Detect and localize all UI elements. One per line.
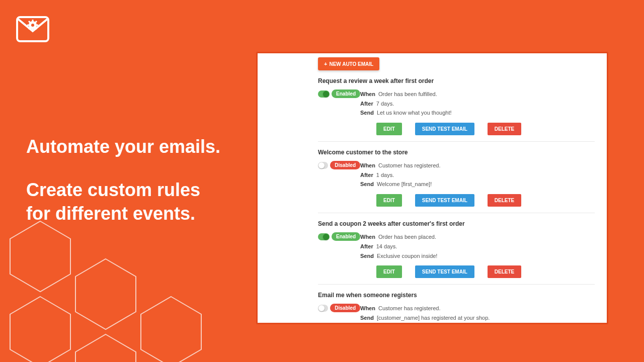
svg-marker-13 xyxy=(75,259,136,329)
svg-line-7 xyxy=(29,21,30,23)
delete-button[interactable]: DELETE xyxy=(488,194,521,207)
svg-marker-14 xyxy=(75,334,136,362)
svg-line-10 xyxy=(29,28,30,29)
headline-line-2a: Create custom rules xyxy=(26,178,220,202)
send-test-email-button[interactable]: SEND TEST EMAIL xyxy=(415,194,474,207)
auto-email-panel: + NEW AUTO EMAIL Request a review a week… xyxy=(256,52,608,324)
plus-icon: + xyxy=(324,61,327,67)
enable-toggle[interactable] xyxy=(318,233,330,240)
rule-item: Email me when someone registersDisabledW… xyxy=(318,284,595,324)
rule-details: When Customer has registered.Send [custo… xyxy=(360,304,490,322)
rule-item: Welcome customer to the storeDisabledWhe… xyxy=(318,141,595,213)
enable-toggle[interactable] xyxy=(318,90,330,98)
rule-title: Email me when someone registers xyxy=(318,292,595,299)
send-test-email-button[interactable]: SEND TEST EMAIL xyxy=(415,123,474,135)
delete-button[interactable]: DELETE xyxy=(488,123,521,135)
svg-marker-12 xyxy=(10,297,70,362)
rule-item: Request a review a week after first orde… xyxy=(318,77,595,141)
svg-point-2 xyxy=(31,24,34,27)
svg-line-9 xyxy=(35,21,37,23)
new-auto-email-button[interactable]: + NEW AUTO EMAIL xyxy=(318,57,379,70)
delete-button[interactable]: DELETE xyxy=(488,265,521,278)
rule-details: When Order has been placed.After 14 days… xyxy=(360,232,437,260)
headline-line-1: Automate your emails. xyxy=(26,136,220,157)
edit-button[interactable]: EDIT xyxy=(376,265,402,278)
svg-line-8 xyxy=(35,28,37,29)
edit-button[interactable]: EDIT xyxy=(376,194,402,207)
enable-toggle[interactable] xyxy=(318,305,328,312)
marketing-headline: Automate your emails. Create custom rule… xyxy=(26,136,220,226)
rule-title: Welcome customer to the store xyxy=(318,149,595,156)
rule-title: Request a review a week after first orde… xyxy=(318,77,595,84)
status-badge: Enabled xyxy=(332,232,360,241)
rule-details: When Order has been fulfilled.After 7 da… xyxy=(360,89,452,118)
headline-line-2b: for different events. xyxy=(26,202,220,226)
rule-details: When Customer has registered.After 1 day… xyxy=(360,161,441,189)
new-auto-email-label: NEW AUTO EMAIL xyxy=(329,61,373,67)
svg-marker-15 xyxy=(141,297,201,362)
enable-toggle[interactable] xyxy=(318,162,328,169)
edit-button[interactable]: EDIT xyxy=(376,123,402,135)
status-badge: Enabled xyxy=(332,89,360,98)
status-badge: Disabled xyxy=(330,304,360,312)
svg-marker-11 xyxy=(10,221,70,292)
rule-item: Send a coupon 2 weeks after customer's f… xyxy=(318,213,595,284)
status-badge: Disabled xyxy=(330,161,360,169)
send-test-email-button[interactable]: SEND TEST EMAIL xyxy=(415,265,474,278)
rule-title: Send a coupon 2 weeks after customer's f… xyxy=(318,220,595,227)
mail-gear-logo-icon xyxy=(16,16,49,42)
